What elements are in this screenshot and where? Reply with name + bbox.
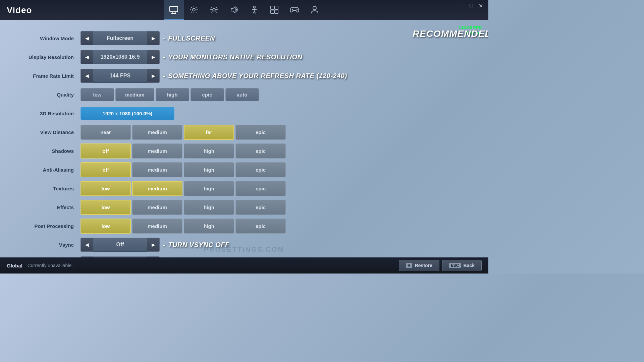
post-processing-epic[interactable]: epic <box>235 219 286 234</box>
shadows-row: Shadows off medium high epic <box>13 143 475 159</box>
global-label: Global <box>7 263 22 268</box>
svg-line-13 <box>211 11 212 12</box>
svg-line-10 <box>211 7 212 8</box>
quality-auto[interactable]: auto <box>225 88 259 101</box>
svg-point-28 <box>313 6 316 10</box>
shadows-medium[interactable]: medium <box>132 143 182 159</box>
svg-point-26 <box>296 8 297 9</box>
restore-label: Restore <box>415 263 432 268</box>
vsync-next[interactable]: ▶ <box>147 238 160 252</box>
shadows-epic[interactable]: epic <box>235 143 286 159</box>
anti-aliasing-high[interactable]: high <box>184 162 234 177</box>
display-resolution-row: Display Resolution ◀ 644x362 16:9 ▶ - … <box>13 49 475 65</box>
anti-aliasing-medium[interactable]: medium <box>132 162 182 177</box>
svg-rect-23 <box>275 10 278 13</box>
svg-point-4 <box>193 8 195 11</box>
view-distance-row: View Distance near medium far epic <box>13 124 475 140</box>
anti-aliasing-buttons: off medium high epic <box>80 162 286 177</box>
frame-rate-next[interactable]: ▶ <box>147 69 160 83</box>
nav-icon-accessibility[interactable] <box>244 0 264 20</box>
view-distance-near[interactable]: near <box>80 125 131 140</box>
post-processing-high[interactable]: high <box>184 219 234 234</box>
resolution-3d-label: 3D Resolution <box>13 111 80 116</box>
rec-framerate: - SOMETHING ABOVE YOUR REFRESH RATE (120… <box>163 72 347 80</box>
window-mode-row: Window Mode ◀ Fullscreen ▶ - FULLSCREEN <box>13 30 475 46</box>
svg-line-12 <box>216 7 217 8</box>
shadows-high[interactable]: high <box>184 143 234 159</box>
textures-epic[interactable]: epic <box>235 181 286 196</box>
textures-label: Textures <box>13 186 80 191</box>
svg-rect-21 <box>275 6 278 9</box>
restore-button[interactable]: R Restore <box>399 260 439 271</box>
view-distance-label: View Distance <box>13 129 80 135</box>
anti-aliasing-row: Anti-Aliasing off medium high epic <box>13 162 475 178</box>
back-button[interactable]: ESC Back <box>442 260 482 271</box>
display-resolution-prev[interactable]: ◀ <box>80 50 93 64</box>
post-processing-medium[interactable]: medium <box>132 219 182 234</box>
frame-rate-control: ◀ 144 FPS ▶ <box>80 69 160 83</box>
svg-point-5 <box>213 8 215 11</box>
rec-resolution: - YOUR MONITORS NATIVE RESOLUTION <box>163 53 303 61</box>
anti-aliasing-epic[interactable]: epic <box>235 162 286 177</box>
window-mode-value: Fullscreen <box>93 31 147 45</box>
window-mode-label: Window Mode <box>13 36 80 41</box>
settings-container: Window Mode ◀ Fullscreen ▶ - FULLSCREEN … <box>13 30 475 274</box>
post-processing-label: Post Processing <box>13 223 80 229</box>
post-processing-buttons: low medium high epic <box>80 219 286 234</box>
effects-high[interactable]: high <box>184 200 234 215</box>
quality-medium[interactable]: medium <box>115 88 154 101</box>
quality-buttons: low medium high epic auto <box>80 88 259 101</box>
effects-medium[interactable]: medium <box>132 200 182 215</box>
nav-icon-monitor[interactable] <box>164 0 184 20</box>
shadows-off[interactable]: off <box>80 143 131 159</box>
quality-label: Quality <box>13 92 80 98</box>
display-resolution-next[interactable]: ▶ <box>147 50 160 64</box>
rec-fullscreen: - FULLSCREEN <box>163 35 215 42</box>
nav-icon-brightness[interactable] <box>204 0 224 20</box>
frame-rate-prev[interactable]: ◀ <box>80 69 93 83</box>
restore-key: R <box>406 263 412 268</box>
resolution-3d-value[interactable]: 644 x 362 (100.0%) <box>80 107 174 120</box>
close-button[interactable]: ✕ <box>477 3 485 9</box>
window-mode-next[interactable]: ▶ <box>147 31 160 45</box>
view-distance-medium[interactable]: medium <box>132 125 182 140</box>
effects-buttons: low medium high epic <box>80 200 286 215</box>
post-processing-low[interactable]: low <box>80 219 131 234</box>
bottom-bar: Global Currently unavailable. R Restore … <box>0 257 488 274</box>
svg-rect-20 <box>271 6 274 9</box>
view-distance-epic[interactable]: epic <box>235 125 286 140</box>
quality-low[interactable]: low <box>80 88 114 101</box>
nav-icons <box>164 0 325 20</box>
vsync-prev[interactable]: ◀ <box>80 238 93 252</box>
view-distance-far[interactable]: far <box>184 125 234 140</box>
nav-icon-grid[interactable] <box>264 0 284 20</box>
nav-icon-gamepad[interactable] <box>284 0 305 20</box>
effects-row: Effects low medium high epic <box>13 199 475 215</box>
effects-epic[interactable]: epic <box>235 200 286 215</box>
frame-rate-value: 144 FPS <box>93 69 147 83</box>
quality-epic[interactable]: epic <box>191 88 224 101</box>
display-resolution-value: 644x362 16:9 <box>93 50 147 64</box>
quality-row: Quality low medium high epic auto <box>13 86 475 103</box>
window-mode-control: ◀ Fullscreen ▶ <box>80 31 160 45</box>
svg-point-15 <box>253 6 255 8</box>
frame-rate-row: Frame Rate Limit ◀ 144 FPS ▶ - SOMETHING… <box>13 68 475 84</box>
nav-icon-audio[interactable] <box>224 0 244 20</box>
window-mode-prev[interactable]: ◀ <box>80 31 93 45</box>
quality-high[interactable]: high <box>156 88 189 101</box>
main-content: 143.99 FPS 6.94 ms RECOMMENDED: Window M… <box>0 20 488 274</box>
nav-icon-settings[interactable] <box>184 0 204 20</box>
effects-low[interactable]: low <box>80 200 131 215</box>
nav-icon-account[interactable] <box>305 0 325 20</box>
textures-medium[interactable]: medium <box>132 181 182 196</box>
minimize-button[interactable]: — <box>457 3 466 9</box>
vsync-label: Vsync <box>13 242 80 248</box>
maximize-button[interactable]: □ <box>468 3 475 9</box>
anti-aliasing-off[interactable]: off <box>80 162 131 177</box>
view-distance-buttons: near medium far epic <box>80 125 286 140</box>
shadows-buttons: off medium high epic <box>80 143 286 159</box>
top-bar: Video <box>0 0 488 20</box>
post-processing-row: Post Processing low medium high epic <box>13 218 475 234</box>
textures-high[interactable]: high <box>184 181 234 196</box>
textures-low[interactable]: low <box>80 181 131 196</box>
